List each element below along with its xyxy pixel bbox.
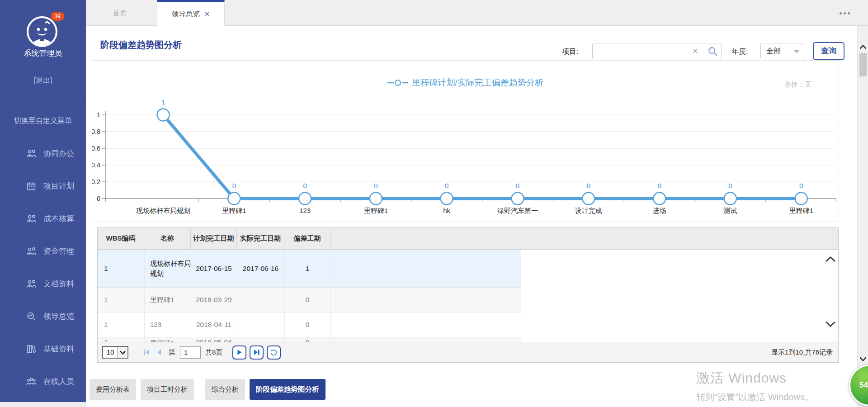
column-header-3[interactable]: 实际完工日期 <box>237 228 284 249</box>
svg-text:0: 0 <box>232 182 236 189</box>
switch-menu-button[interactable]: 切换至自定义菜单 <box>0 103 86 137</box>
cell-deviation: 1 <box>284 265 330 273</box>
column-header-2[interactable]: 计划完工日期 <box>191 228 237 249</box>
svg-text:0.6: 0.6 <box>92 145 100 152</box>
watermark-line2: 转到“设置”以激活 Windows。 <box>696 391 814 403</box>
table-row-2[interactable]: 11232018-04-110 <box>98 312 521 337</box>
bottom-tab-bar: 费用分析表项目工时分析综合分析阶段偏差趋势图分析 <box>90 379 326 400</box>
prev-page-icon[interactable] <box>154 347 164 357</box>
chevron-down-icon <box>118 347 127 358</box>
svg-text:0: 0 <box>657 182 661 189</box>
svg-text:0: 0 <box>374 182 377 189</box>
sidebar-item-3[interactable]: 资金管理 <box>0 235 86 267</box>
sidebar-item-7[interactable]: 在线人员 <box>0 365 86 398</box>
page-number-input[interactable] <box>180 346 201 359</box>
project-search-box: ✕ <box>592 43 722 59</box>
svg-text:0.4: 0.4 <box>92 161 100 169</box>
sidebar-item-6[interactable]: 基础资料 <box>0 332 86 365</box>
svg-text:测试: 测试 <box>723 207 737 214</box>
bottom-tab-1[interactable]: 项目工时分析 <box>141 379 194 400</box>
cell-plan_date: 2018-04-11 <box>191 321 237 329</box>
cell-name: 里程碑1 <box>144 295 191 305</box>
year-dropdown[interactable]: 全部 <box>760 43 804 59</box>
sidebar-item-5[interactable]: 领导总览 <box>0 300 86 332</box>
scrollbar-thumb[interactable] <box>859 53 867 76</box>
svg-text:0: 0 <box>303 182 307 189</box>
column-header-4[interactable]: 偏差工期 <box>284 228 330 249</box>
people-icon <box>25 278 37 289</box>
close-icon[interactable]: ✕ <box>204 10 210 18</box>
page-size-select[interactable]: 10 <box>102 346 128 359</box>
clear-icon[interactable]: ✕ <box>692 47 698 55</box>
sidebar-item-label: 协同办公 <box>43 148 74 159</box>
scroll-up-icon[interactable] <box>859 43 867 51</box>
search-icon[interactable] <box>708 46 718 58</box>
svg-text:0: 0 <box>728 182 732 189</box>
chart-legend: 里程碑计划/实际完工偏差趋势分析 <box>92 77 839 89</box>
svg-text:现场标杆布局规划: 现场标杆布局规划 <box>136 207 190 214</box>
svg-text:0.8: 0.8 <box>92 128 100 135</box>
refresh-button[interactable] <box>267 345 281 360</box>
chart-unit-label: 单位：天 <box>784 80 811 89</box>
first-page-icon[interactable] <box>142 347 151 357</box>
column-divider <box>330 250 331 343</box>
column-divider <box>144 250 145 343</box>
bottom-tab-3[interactable]: 阶段偏差趋势图分析 <box>250 379 326 400</box>
svg-text:0: 0 <box>445 182 448 189</box>
table-row-1[interactable]: 1里程碑12018-03-290 <box>98 288 521 312</box>
svg-text:0: 0 <box>516 182 519 189</box>
table-row-0[interactable]: 1现场标杆布局规划2017-06-152017-06-161 <box>98 250 521 288</box>
windows-activation-watermark: 激活 Windows 转到“设置”以激活 Windows。 <box>696 369 814 403</box>
bottom-tab-2[interactable]: 综合分析 <box>205 379 245 400</box>
column-divider <box>237 250 237 343</box>
project-search-input[interactable] <box>596 43 691 59</box>
bottom-tab-0[interactable]: 费用分析表 <box>90 379 136 400</box>
sidebar: 39 系统管理员 [退出] 切换至自定义菜单 协同办公项目计划成本核算资金管理文… <box>0 0 86 407</box>
table-scroll-down-icon[interactable] <box>825 321 836 329</box>
tab-home[interactable]: 首页 <box>99 0 140 26</box>
cell-deviation: 0 <box>284 296 330 304</box>
sidebar-item-1[interactable]: 项目计划 <box>0 170 86 202</box>
table-scroll-up-icon[interactable] <box>825 256 836 264</box>
sidebar-item-4[interactable]: 文档资料 <box>0 267 86 300</box>
calendar-icon <box>25 180 37 191</box>
notification-badge[interactable]: 39 <box>51 12 64 21</box>
cell-wbs: 1 <box>98 265 144 273</box>
more-options-icon[interactable] <box>840 12 850 14</box>
chevron-down-icon <box>794 50 799 53</box>
legend-item[interactable]: 里程碑计划/实际完工偏差趋势分析 <box>387 77 543 89</box>
watermark-line1: 激活 Windows <box>696 369 814 388</box>
last-page-button[interactable] <box>250 345 264 360</box>
page-prefix-label: 第 <box>169 348 175 357</box>
cell-deviation: 0 <box>284 321 330 329</box>
chart-panel: 00.20.40.60.811现场标杆布局规划0里程碑101230里程碑10hk… <box>92 60 839 222</box>
cell-plan_date: 2017-06-15 <box>191 265 237 273</box>
column-divider <box>191 250 191 343</box>
app-window: 39 系统管理员 [退出] 切换至自定义菜单 协同办公项目计划成本核算资金管理文… <box>0 0 868 407</box>
scroll-down-icon[interactable] <box>859 355 867 363</box>
sidebar-menu: 协同办公项目计划成本核算资金管理文档资料领导总览基础资料在线人员 <box>0 137 86 398</box>
assistant-bubble[interactable]: 54 <box>849 364 868 406</box>
column-divider <box>284 250 285 343</box>
sidebar-item-0[interactable]: 协同办公 <box>0 137 86 170</box>
people-icon <box>25 213 37 224</box>
chart-search-icon <box>25 311 37 322</box>
group-icon <box>25 376 37 387</box>
column-header-1[interactable]: 名称 <box>144 228 191 249</box>
year-filter-label: 年度: <box>731 47 748 57</box>
assistant-badge-value: 54 <box>859 381 868 390</box>
sidebar-item-2[interactable]: 成本核算 <box>0 202 86 235</box>
svg-text:1: 1 <box>161 98 165 106</box>
record-summary: 显示1到10,共76记录 <box>771 348 833 357</box>
page-scrollbar[interactable] <box>857 26 868 407</box>
column-header-0[interactable]: WBS编码 <box>98 228 144 249</box>
svg-text:里程碑1: 里程碑1 <box>222 207 246 214</box>
line-series-marker-icon <box>387 79 408 86</box>
next-page-button[interactable] <box>232 345 246 360</box>
tab-leadership-overview[interactable]: 领导总览 ✕ <box>157 0 225 26</box>
svg-text:进场: 进场 <box>653 207 666 214</box>
query-button[interactable]: 查询 <box>813 42 844 60</box>
svg-text:0.2: 0.2 <box>92 178 100 185</box>
logout-link[interactable]: [退出] <box>0 76 86 85</box>
people-icon <box>25 246 37 256</box>
